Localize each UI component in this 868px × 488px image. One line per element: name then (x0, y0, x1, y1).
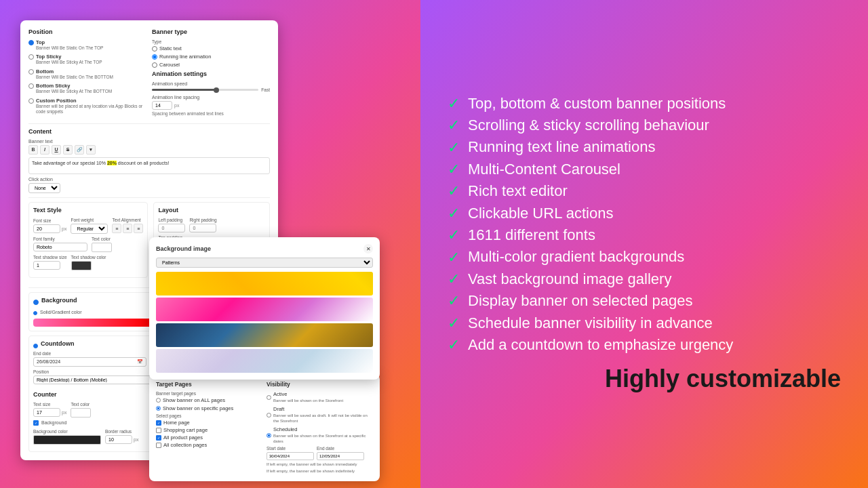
radio-bottom-sticky-icon (28, 83, 34, 89)
home-page-checkbox[interactable]: ✓ Home page (156, 420, 262, 426)
italic-button[interactable]: I (40, 145, 50, 155)
feature-10: ✓ Display banner on selected pages (448, 292, 841, 310)
bold-button[interactable]: B (28, 145, 38, 155)
specific-pages-radio[interactable]: Show banner on specific pages (156, 405, 262, 411)
end-date-vis-input[interactable] (317, 452, 364, 460)
speed-slider-track[interactable] (152, 89, 258, 91)
text-align-label: Text Alignment (112, 218, 143, 222)
start-date-input[interactable] (267, 452, 314, 460)
collection-pages-checkbox[interactable]: All collection pages (156, 442, 262, 448)
position-top-sticky[interactable]: Top Sticky Banner Will Be Sticky At The … (28, 54, 146, 65)
banner-text-content: Take advantage of our special 10% 20% di… (32, 161, 169, 165)
font-weight-field: Font weight Regular (71, 218, 108, 234)
position-bottom-sticky-label: Bottom Sticky (36, 83, 112, 89)
font-family-row: Font family Text color (33, 237, 143, 252)
feature-9: ✓ Vast background image gallery (448, 270, 841, 288)
type-label: Type (152, 39, 270, 44)
type-static[interactable]: Static text (152, 45, 270, 52)
type-running[interactable]: Running line animation (152, 54, 270, 60)
counter-color-swatch[interactable] (71, 408, 91, 418)
active-label: Active (273, 391, 343, 397)
scheduled-radio-icon (267, 433, 271, 438)
counter-text-size-label: Text size (33, 402, 66, 407)
feature-4-text: Multi-Content Carousel (468, 161, 620, 178)
type-carousel[interactable]: Carousel (152, 62, 270, 68)
link-button[interactable]: 🔗 (75, 145, 84, 155)
feature-11-text: Schedule banner visibility in advance (468, 314, 713, 332)
align-center-button[interactable]: ≡ (123, 224, 132, 233)
more-button[interactable]: ▾ (86, 145, 96, 155)
border-radius-field: Border radius px (105, 429, 138, 444)
font-weight-select[interactable]: Regular (71, 224, 108, 234)
font-weight-label: Font weight (71, 218, 108, 222)
text-color-swatch[interactable] (92, 243, 112, 252)
font-family-field: Font family (33, 237, 87, 251)
border-radius-input[interactable] (105, 435, 132, 444)
gallery-item-light[interactable] (156, 349, 373, 373)
align-right-button[interactable]: ≡ (134, 224, 143, 233)
position-bottom-label: Bottom (36, 68, 113, 75)
font-size-input[interactable] (33, 224, 60, 233)
bg-checkbox[interactable]: ✓ (33, 420, 39, 426)
end-date-value: 26/08/2024 (37, 359, 60, 364)
active-radio[interactable]: Active Banner will be shown on the Store… (267, 391, 373, 404)
all-pages-label: Show banner on ALL pages (163, 397, 225, 403)
feature-5: ✓ Rich text editor (448, 182, 841, 200)
gallery-category-select[interactable]: Patterns (156, 258, 373, 268)
underline-button[interactable]: U (52, 145, 61, 155)
position-custom[interactable]: Custom Position Banner will be placed at… (28, 98, 146, 115)
bg-solid-radio-icon (33, 311, 37, 315)
position-top[interactable]: Top Banner Will Be Static On The TOP (28, 39, 146, 51)
calendar-icon: 📅 (137, 359, 143, 365)
text-shadow-size-field: Text shadow size (33, 255, 67, 270)
animation-settings: Animation settings Animation speed Fast … (152, 70, 270, 117)
text-shadow-size-input[interactable] (33, 261, 60, 270)
bg-checkbox-label: Background (41, 420, 66, 425)
position-bottom-sticky[interactable]: Bottom Sticky Banner Will Be Sticky At T… (28, 83, 146, 94)
select-pages-label: Select pages (156, 413, 262, 418)
bg-color-swatch[interactable] (33, 435, 101, 445)
position-bottom[interactable]: Bottom Banner Will Be Static On The BOTT… (28, 68, 146, 80)
banner-type-options: Static text Running line animation Carou… (152, 45, 270, 68)
all-pages-radio[interactable]: Show banner on ALL pages (156, 397, 262, 403)
banner-text-preview[interactable]: Take advantage of our special 10% 20% di… (28, 157, 270, 174)
scheduled-radio[interactable]: Scheduled Banner will be shown on the St… (267, 426, 373, 445)
click-action-select[interactable]: None (28, 183, 60, 193)
gallery-item-blue[interactable] (156, 323, 373, 347)
gallery-card: Background image ✕ Patterns (149, 237, 380, 380)
speed-slider-thumb (214, 87, 219, 93)
draft-radio[interactable]: Draft Banner will be saved as draft. It … (267, 406, 373, 424)
font-family-input[interactable] (33, 243, 87, 251)
gallery-grid (156, 272, 373, 373)
strikethrough-button[interactable]: S (63, 145, 73, 155)
spacing-input[interactable] (152, 101, 172, 110)
cart-page-checkbox[interactable]: Shopping cart page (156, 427, 262, 433)
end-date-input[interactable]: 26/08/2024 📅 (33, 357, 146, 367)
check-4-icon: ✓ (448, 161, 460, 178)
align-left-button[interactable]: ≡ (112, 224, 121, 233)
check-9-icon: ✓ (448, 270, 460, 288)
feature-4: ✓ Multi-Content Carousel (448, 161, 841, 178)
feature-1: ✓ Top, bottom & custom banner positions (448, 95, 841, 113)
text-shadow-color-label: Text shadow color (71, 255, 106, 260)
position-bottom-desc: Banner Will Be Static On The BOTTOM (36, 75, 113, 80)
scheduled-desc-1: If left empty, the banner will be shown … (267, 462, 373, 468)
product-pages-checkbox[interactable]: ✓ All product pages (156, 434, 262, 441)
border-radius-unit: px (134, 437, 138, 442)
feature-2-text: Scrolling & sticky scrolling behaviour (468, 117, 709, 134)
left-padding-input[interactable] (158, 224, 185, 232)
right-padding-input[interactable] (189, 224, 216, 232)
counter-text-size-input[interactable] (33, 408, 60, 417)
gallery-item-gold[interactable] (156, 272, 373, 296)
gallery-close-button[interactable]: ✕ (363, 244, 373, 253)
gallery-item-pink[interactable] (156, 298, 373, 321)
bg-color-field: Background color (33, 429, 101, 445)
content-title: Content (28, 128, 270, 135)
position-custom-label: Custom Position (36, 98, 146, 104)
counter-text-color-field: Text color (71, 402, 91, 418)
draft-radio-icon (267, 413, 271, 418)
anim-settings-title: Animation settings (152, 70, 270, 77)
text-shadow-color-swatch[interactable] (71, 261, 92, 270)
feature-9-text: Vast background image gallery (468, 270, 671, 288)
bg-solid-label: Solid/Gradient color (40, 310, 81, 314)
